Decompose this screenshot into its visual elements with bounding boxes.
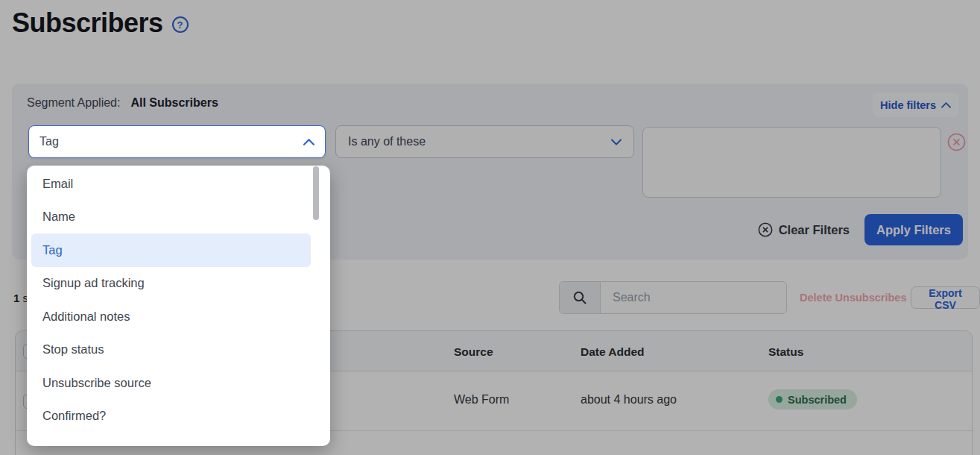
dropdown-option-tag[interactable]: Tag <box>31 233 311 267</box>
dropdown-option-unsubscribe-source[interactable]: Unsubscribe source <box>27 366 311 400</box>
dropdown-option-signup-ad-tracking[interactable]: Signup ad tracking <box>27 267 311 301</box>
dropdown-option-name[interactable]: Name <box>27 201 311 234</box>
dropdown-option-additional-notes[interactable]: Additional notes <box>27 300 311 333</box>
filter-field-combobox[interactable]: Tag <box>28 125 326 158</box>
dropdown-scrollbar-thumb[interactable] <box>313 166 319 220</box>
field-options-listbox: Email Name Tag Signup ad tracking Additi… <box>27 166 330 446</box>
dropdown-option-confirmed[interactable]: Confirmed? <box>27 400 311 433</box>
filter-field-value: Tag <box>39 135 59 148</box>
chevron-up-icon <box>303 139 314 145</box>
dropdown-option-stop-status[interactable]: Stop status <box>27 333 311 367</box>
dropdown-option-email[interactable]: Email <box>27 167 311 201</box>
